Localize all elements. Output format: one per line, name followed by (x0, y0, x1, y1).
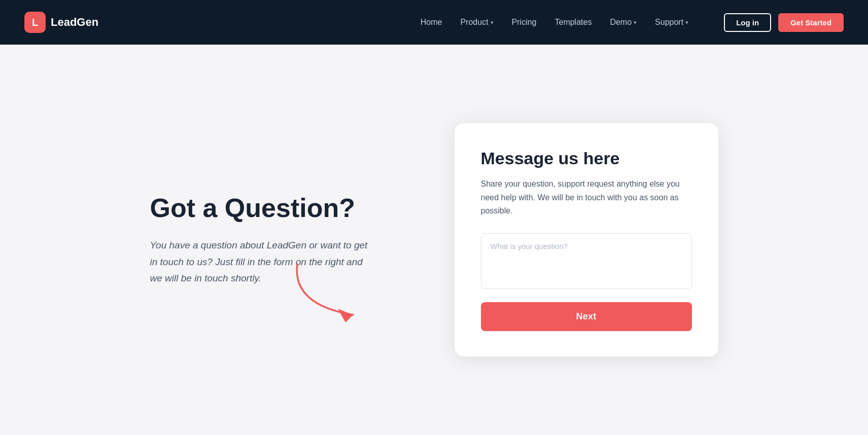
support-chevron-icon: ▾ (685, 19, 688, 26)
product-chevron-icon: ▾ (491, 19, 494, 26)
right-section: Message us here Share your question, sup… (455, 123, 718, 356)
nav-product[interactable]: Product ▾ (460, 18, 493, 27)
arrow-decoration (282, 254, 384, 327)
svg-marker-0 (338, 309, 353, 322)
demo-chevron-icon: ▾ (634, 19, 637, 26)
next-button[interactable]: Next (481, 302, 692, 331)
nav-actions: Log in Get Started (724, 13, 844, 32)
login-button[interactable]: Log in (724, 13, 771, 32)
question-textarea[interactable] (481, 233, 692, 289)
get-started-button[interactable]: Get Started (778, 13, 844, 32)
nav-links: Home Product ▾ Pricing Templates Demo ▾ … (421, 18, 688, 27)
curved-arrow-icon (282, 254, 384, 325)
navbar: L LeadGen Home Product ▾ Pricing Templat… (0, 0, 868, 45)
nav-templates[interactable]: Templates (554, 18, 592, 27)
left-section: Got a Question? You have a question abou… (150, 193, 414, 287)
logo-letter: L (32, 17, 38, 28)
form-description: Share your question, support request any… (481, 177, 692, 218)
logo-icon: L (24, 12, 46, 33)
nav-demo[interactable]: Demo ▾ (610, 18, 637, 27)
page-headline: Got a Question? (150, 193, 414, 224)
form-title: Message us here (481, 149, 692, 168)
nav-home[interactable]: Home (421, 18, 442, 27)
brand-name: LeadGen (51, 16, 98, 29)
logo-link[interactable]: L LeadGen (24, 12, 98, 33)
main-content: Got a Question? You have a question abou… (0, 45, 868, 435)
nav-pricing[interactable]: Pricing (512, 18, 537, 27)
nav-support[interactable]: Support ▾ (655, 18, 688, 27)
contact-form-card: Message us here Share your question, sup… (455, 123, 718, 356)
